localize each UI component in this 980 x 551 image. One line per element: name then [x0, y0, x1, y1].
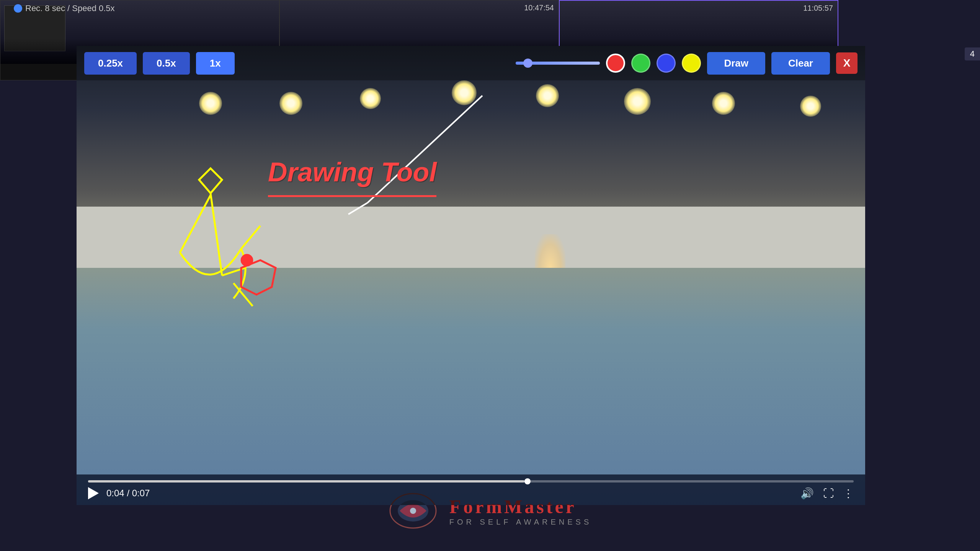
thumb-3-timestamp: 11:05:57 — [803, 4, 833, 13]
brush-slider[interactable] — [516, 62, 600, 65]
ceiling-light-8 — [800, 96, 821, 117]
progress-fill — [88, 480, 524, 483]
time-display: 0:04 / 0:07 — [106, 488, 150, 499]
color-red[interactable] — [606, 54, 625, 73]
toolbar: 0.25x 0.5x 1x Draw Clear X — [77, 46, 865, 80]
close-button[interactable]: X — [836, 52, 858, 74]
ceiling-light-5 — [536, 84, 559, 107]
drawing-tool-label: Drawing Tool — [268, 157, 437, 187]
floor — [77, 268, 865, 474]
ceiling-light-6 — [624, 88, 651, 115]
controls-bar: 0:04 / 0:07 🔊 ⛶ ⋮ — [77, 474, 865, 505]
volume-icon[interactable]: 🔊 — [800, 487, 814, 500]
badge-number: 4 — [965, 47, 980, 60]
fullscreen-icon[interactable]: ⛶ — [823, 487, 834, 500]
ceiling-light-7 — [712, 92, 735, 115]
drawing-tool-underline — [268, 195, 436, 197]
speed-1x-button[interactable]: 1x — [196, 52, 235, 75]
ceiling-light-1 — [199, 92, 222, 115]
clear-button[interactable]: Clear — [771, 52, 830, 75]
video-background: Drawing Tool — [77, 46, 865, 505]
controls-row: 0:04 / 0:07 🔊 ⛶ ⋮ — [88, 487, 854, 500]
video-player: Drawing Tool 0.25x 0.5x 1x Draw Clear X — [77, 46, 865, 505]
progress-dot — [524, 478, 531, 484]
color-blue[interactable] — [657, 54, 676, 73]
play-button[interactable] — [88, 487, 99, 499]
ceiling-light-4 — [452, 80, 477, 105]
more-options-icon[interactable]: ⋮ — [843, 487, 854, 500]
progress-bar[interactable] — [88, 480, 854, 483]
ceiling-light-3 — [360, 88, 381, 109]
color-yellow[interactable] — [682, 54, 701, 73]
rec-label: Rec. 8 sec / Speed 0.5x — [14, 3, 115, 13]
logo-sub-text: FOR SELF AWARENESS — [449, 518, 592, 527]
color-green[interactable] — [631, 54, 650, 73]
thumb-2-timestamp: 10:47:54 — [524, 3, 554, 12]
controls-right: 🔊 ⛶ ⋮ — [800, 487, 854, 500]
brush-slider-container — [516, 62, 600, 65]
ceiling-light-2 — [279, 92, 302, 115]
svg-point-13 — [410, 508, 416, 514]
brush-slider-thumb — [523, 59, 532, 68]
speed-05-button[interactable]: 0.5x — [143, 52, 190, 75]
play-icon — [88, 487, 99, 499]
speed-025-button[interactable]: 0.25x — [84, 52, 137, 75]
rec-dot — [14, 4, 22, 13]
draw-button[interactable]: Draw — [707, 52, 765, 75]
